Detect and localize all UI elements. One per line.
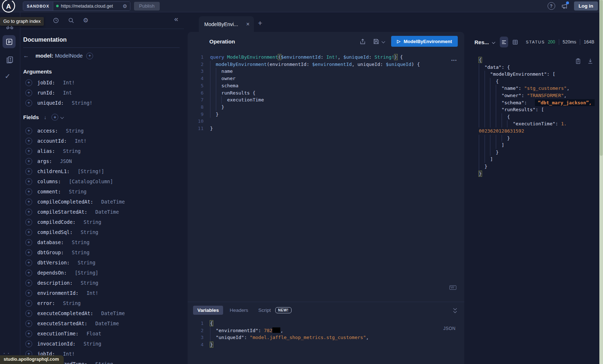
sort-fields-icon[interactable]: ↓ bbox=[44, 114, 46, 120]
field-row[interactable]: +alias: String bbox=[23, 146, 180, 156]
new-tab-icon[interactable]: + bbox=[258, 19, 262, 27]
field-row[interactable]: +compiledCode: String bbox=[23, 217, 180, 227]
operation-tab[interactable]: ModelByEnvi... × bbox=[199, 16, 254, 32]
field-type[interactable]: Int! bbox=[84, 290, 99, 296]
tab-headers[interactable]: Headers bbox=[226, 306, 252, 315]
add-field-icon[interactable]: + bbox=[25, 340, 32, 347]
add-field-icon[interactable]: + bbox=[25, 100, 32, 106]
field-row[interactable]: +childrenL1: [String!] bbox=[23, 166, 180, 176]
back-arrow-icon[interactable]: ← bbox=[23, 53, 32, 59]
add-field-icon[interactable]: + bbox=[25, 239, 32, 246]
run-operation-button[interactable]: ▷ ModelByEnvironment bbox=[391, 36, 458, 47]
chevron-down-icon[interactable] bbox=[60, 116, 64, 119]
add-field-icon[interactable]: + bbox=[25, 229, 32, 236]
add-field-icon[interactable]: + bbox=[25, 209, 32, 216]
add-field-icon[interactable]: + bbox=[25, 259, 32, 266]
field-row[interactable]: +invocationId: String bbox=[23, 339, 180, 349]
field-row[interactable]: +environmentId: Int! bbox=[23, 288, 180, 298]
endpoint-url-input[interactable]: https://metadata.cloud.get bbox=[61, 4, 120, 9]
scrollbar-thumb[interactable] bbox=[600, 0, 603, 156]
field-type[interactable]: String bbox=[78, 280, 99, 286]
schema-diff-icon[interactable] bbox=[5, 55, 14, 65]
variables-editor[interactable]: 1{2 "environmentId": 782,3 "uniqueId": "… bbox=[188, 320, 464, 348]
add-field-icon[interactable]: + bbox=[25, 148, 32, 155]
field-row[interactable]: +executeCompletedAt: DateTime bbox=[23, 308, 180, 318]
field-type[interactable]: String bbox=[63, 128, 84, 134]
field-type[interactable]: Int bbox=[60, 90, 72, 96]
field-row[interactable]: +database: String bbox=[23, 237, 180, 247]
field-row[interactable]: +access: String bbox=[23, 126, 180, 136]
field-type[interactable]: DateTime bbox=[98, 199, 125, 205]
checks-nav-icon[interactable]: ✓ bbox=[5, 72, 11, 80]
field-row[interactable]: +executeStartedAt: DateTime bbox=[23, 318, 180, 329]
add-all-fields-icon[interactable]: + bbox=[86, 53, 93, 59]
help-icon[interactable]: ? bbox=[548, 2, 555, 10]
add-field-icon[interactable]: + bbox=[25, 310, 32, 317]
response-title[interactable]: Res... bbox=[474, 39, 489, 45]
login-button[interactable]: Log in bbox=[574, 1, 598, 11]
field-type[interactable]: Int! bbox=[60, 80, 75, 85]
history-icon[interactable] bbox=[53, 17, 59, 24]
field-type[interactable]: DateTime bbox=[98, 310, 125, 316]
add-field-icon[interactable]: + bbox=[25, 138, 32, 145]
field-row[interactable]: +runId: Int bbox=[23, 88, 180, 98]
field-type[interactable]: String bbox=[60, 300, 81, 306]
share-operation-icon[interactable] bbox=[359, 38, 366, 45]
field-row[interactable]: +jobId: Int! bbox=[23, 78, 180, 88]
close-tab-icon[interactable]: × bbox=[246, 21, 250, 27]
field-type[interactable]: String bbox=[66, 189, 87, 194]
collapse-panel-icon[interactable]: « bbox=[174, 15, 178, 22]
operation-editor[interactable]: 1query ModelByEnvironment($environmentId… bbox=[188, 51, 464, 270]
add-field-icon[interactable]: + bbox=[25, 198, 32, 205]
add-field-icon[interactable]: + bbox=[25, 178, 32, 185]
field-type[interactable]: String bbox=[78, 229, 99, 235]
endpoint-settings-gear-icon[interactable]: ⚙ bbox=[122, 4, 127, 9]
add-fields-icon[interactable]: + bbox=[51, 114, 58, 121]
keyboard-shortcuts-icon[interactable] bbox=[449, 285, 456, 290]
breadcrumb-type[interactable]: ModelNode bbox=[55, 53, 83, 59]
tab-script[interactable]: Script bbox=[255, 306, 272, 315]
field-row[interactable]: +compiledSql: String bbox=[23, 227, 180, 237]
add-field-icon[interactable]: + bbox=[25, 330, 32, 337]
add-field-icon[interactable]: + bbox=[25, 300, 32, 307]
add-field-icon[interactable]: + bbox=[25, 158, 32, 165]
collapse-variables-icon[interactable] bbox=[454, 307, 456, 313]
field-row[interactable]: +dbtGroup: String bbox=[23, 247, 180, 258]
add-field-icon[interactable]: + bbox=[25, 89, 32, 96]
field-row[interactable]: +compileStartedAt: DateTime bbox=[23, 207, 180, 217]
field-row[interactable]: +columns: [CatalogColumn] bbox=[23, 176, 180, 187]
add-field-icon[interactable]: + bbox=[25, 188, 32, 195]
field-type[interactable]: Float bbox=[84, 331, 101, 336]
response-chevron-icon[interactable] bbox=[492, 41, 495, 44]
add-field-icon[interactable]: + bbox=[25, 320, 32, 327]
field-type[interactable]: Int! bbox=[72, 138, 87, 144]
add-field-icon[interactable]: + bbox=[25, 280, 32, 286]
field-type[interactable]: DateTime bbox=[92, 209, 119, 215]
endpoint-url-box[interactable]: https://metadata.cloud.get ⚙ bbox=[53, 2, 130, 11]
field-row[interactable]: +compileCompletedAt: DateTime bbox=[23, 197, 180, 207]
field-type[interactable]: String bbox=[60, 148, 81, 154]
formatted-view-icon[interactable] bbox=[500, 37, 508, 47]
tab-variables[interactable]: Variables bbox=[193, 306, 223, 315]
publish-button[interactable]: Publish bbox=[134, 2, 160, 11]
field-row[interactable]: +dbtVersion: String bbox=[23, 258, 180, 268]
field-row[interactable]: +args: JSON bbox=[23, 156, 180, 166]
field-type[interactable]: String bbox=[81, 341, 101, 347]
settings-gear-icon[interactable]: ⚙ bbox=[83, 17, 88, 24]
add-field-icon[interactable]: + bbox=[25, 168, 32, 175]
field-type[interactable]: String bbox=[81, 219, 101, 225]
add-field-icon[interactable]: + bbox=[25, 290, 32, 297]
field-type[interactable]: [CatalogColumn] bbox=[66, 179, 113, 184]
page-scrollbar[interactable] bbox=[599, 0, 603, 364]
response-viewer[interactable]: { "data": { "modelByEnvironment": [ { "n… bbox=[479, 55, 595, 177]
field-row[interactable]: +executionTime: Float bbox=[23, 329, 180, 339]
apollo-logo-icon[interactable]: A bbox=[1, 0, 16, 13]
field-type[interactable]: String bbox=[92, 361, 113, 364]
search-icon[interactable] bbox=[68, 17, 75, 24]
announcements-megaphone-icon[interactable] bbox=[561, 3, 568, 10]
field-row[interactable]: +uniqueId: String! bbox=[23, 98, 180, 108]
field-type[interactable]: [String!] bbox=[75, 168, 104, 174]
table-view-icon[interactable] bbox=[511, 37, 519, 47]
add-field-icon[interactable]: + bbox=[25, 249, 32, 256]
save-operation-icon[interactable] bbox=[373, 38, 380, 45]
